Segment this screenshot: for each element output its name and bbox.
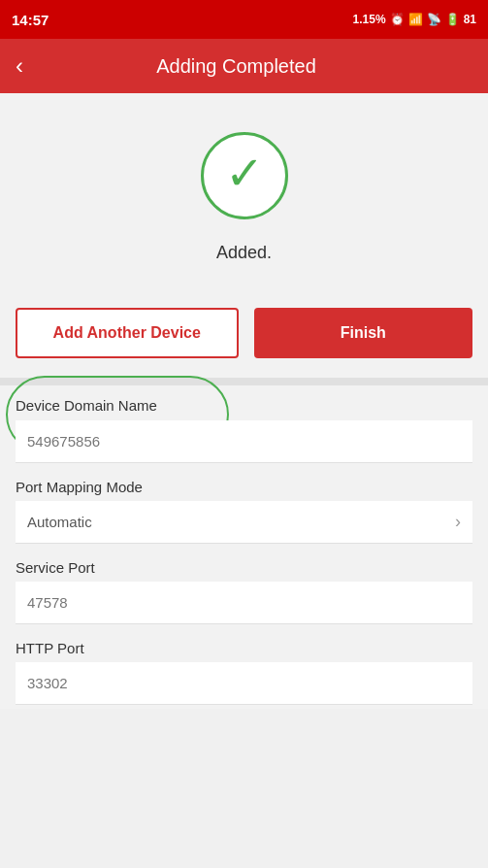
success-section: ✓ Added. — [0, 93, 488, 292]
main-content: ✓ Added. Add Another Device Finish Devic… — [0, 93, 488, 709]
battery-level: 81 — [464, 13, 476, 26]
top-bar: ‹ Adding Completed — [0, 39, 488, 93]
status-icons: 1.15% ⏰ 📶 📡 🔋 81 — [353, 13, 476, 26]
service-port-group: Service Port — [0, 548, 488, 628]
device-domain-group: Device Domain Name — [0, 385, 488, 467]
port-mapping-row[interactable]: Automatic › — [16, 501, 472, 544]
success-circle: ✓ — [201, 132, 288, 219]
http-port-label: HTTP Port — [16, 640, 472, 656]
added-text: Added. — [216, 243, 272, 263]
port-mapping-group: Port Mapping Mode Automatic › — [0, 467, 488, 548]
domain-label-wrapper: Device Domain Name — [16, 397, 157, 415]
alarm-icon: ⏰ — [390, 13, 405, 26]
battery-icon: 🔋 — [445, 13, 460, 26]
service-port-label: Service Port — [16, 559, 472, 576]
finish-button[interactable]: Finish — [254, 308, 473, 358]
device-domain-input[interactable] — [16, 420, 472, 463]
buttons-row: Add Another Device Finish — [0, 292, 488, 378]
form-section: Device Domain Name Port Mapping Mode Aut… — [0, 385, 488, 709]
add-another-device-button[interactable]: Add Another Device — [16, 308, 239, 358]
battery-percent: 1.15% — [353, 13, 386, 26]
page-title: Adding Completed — [39, 55, 434, 78]
service-port-input[interactable] — [16, 582, 472, 624]
port-mapping-label: Port Mapping Mode — [16, 479, 472, 495]
signal-icon: 📡 — [427, 13, 441, 26]
port-mapping-value: Automatic — [27, 514, 92, 530]
back-icon: ‹ — [16, 52, 23, 80]
http-port-input[interactable] — [16, 662, 472, 705]
wifi-icon: 📶 — [408, 13, 423, 26]
section-divider — [0, 378, 488, 385]
checkmark-icon: ✓ — [225, 150, 264, 197]
back-button[interactable]: ‹ — [16, 52, 23, 80]
status-bar: 14:57 1.15% ⏰ 📶 📡 🔋 81 — [0, 0, 488, 39]
chevron-right-icon: › — [455, 512, 461, 532]
status-time: 14:57 — [12, 12, 49, 28]
domain-input-wrapper — [16, 420, 472, 463]
device-domain-label: Device Domain Name — [16, 397, 157, 414]
http-port-group: HTTP Port — [0, 628, 488, 709]
